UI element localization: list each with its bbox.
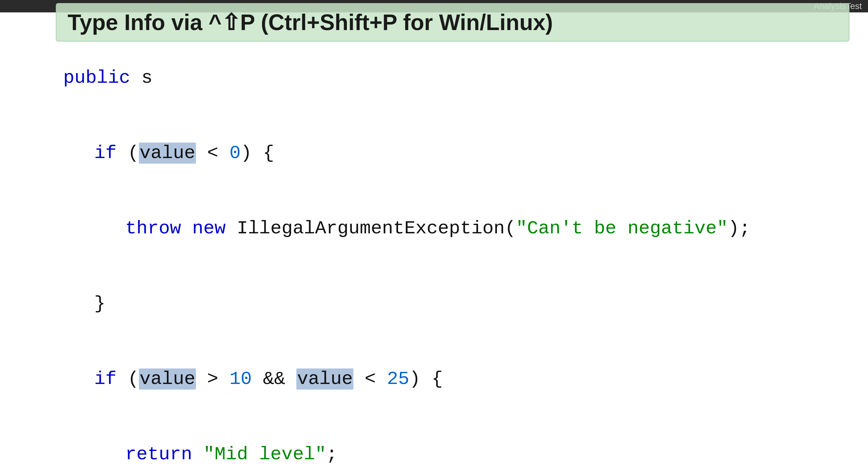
string-cant-be-negative: "Can't be negative" (516, 218, 728, 239)
line-public: public s (19, 40, 868, 116)
var-value-3: value (297, 369, 353, 389)
paren2: ( (128, 369, 139, 389)
exception-class: IllegalArgumentException( (237, 218, 516, 239)
num-25: 25 (387, 369, 409, 389)
line-if2: if (value > 10 && value < 25) { (19, 342, 868, 417)
line-throw: throw new IllegalArgumentException("Can'… (19, 191, 868, 266)
keyword-if-2: if (94, 369, 128, 389)
lt-op-2: < (353, 369, 387, 389)
keyword-return-1: return (125, 444, 204, 465)
line-close1: } (19, 266, 868, 342)
paren-close-brace: ) { (241, 142, 274, 164)
lt-op: < (196, 142, 229, 164)
keyword-if: if (94, 142, 128, 164)
var-value-2: value (139, 369, 196, 389)
keyword-public: public (63, 67, 142, 88)
type-info-tooltip: Type Info via ^⇧P (Ctrl+Shift+P for Win/… (56, 3, 849, 41)
code-area: Type Info via ^⇧P (Ctrl+Shift+P for Win/… (0, 0, 868, 476)
num-0: 0 (229, 142, 241, 164)
keyword-throw: throw (125, 218, 192, 239)
close-brace-1: } (94, 293, 105, 314)
var-value-1: value (139, 142, 196, 164)
string-mid-level: "Mid level" (204, 444, 326, 465)
line-if1: if (value < 0) { (19, 116, 868, 191)
semi-2: ; (326, 444, 337, 465)
paren-open: ( (128, 142, 139, 164)
and-op: && (252, 369, 297, 389)
type-info-tooltip-text: Type Info via ^⇧P (Ctrl+Shift+P for Win/… (68, 10, 553, 35)
gt-op: > (196, 369, 229, 389)
line-return-mid: return "Mid level"; (19, 417, 868, 476)
keyword-new: new (192, 218, 237, 239)
static-text: s (142, 67, 153, 88)
paren-close-brace-2: ) { (409, 369, 443, 389)
num-10: 10 (229, 369, 252, 389)
semi-1: ); (728, 218, 750, 239)
